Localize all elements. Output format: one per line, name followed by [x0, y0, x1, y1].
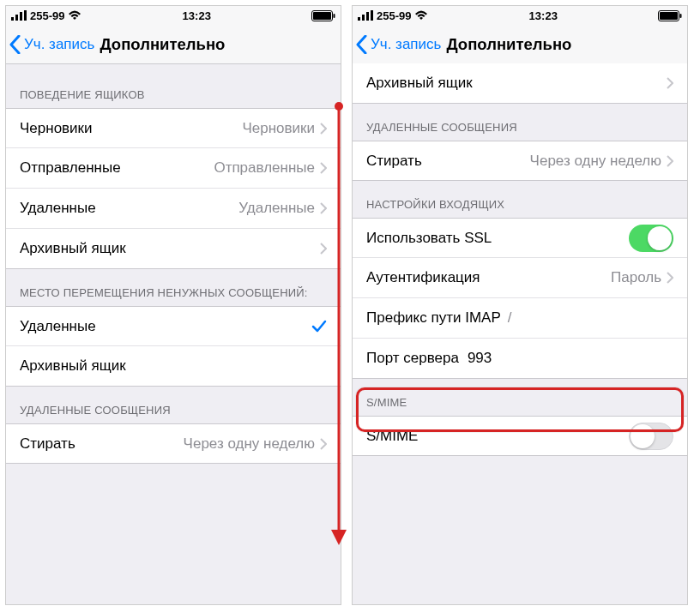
battery-icon: [311, 10, 335, 21]
cell-smime[interactable]: S/MIME: [353, 416, 687, 456]
back-button[interactable]: Уч. запись: [356, 35, 441, 54]
chevron-right-icon: [320, 123, 327, 135]
back-label: Уч. запись: [371, 36, 441, 53]
chevron-left-icon: [356, 35, 367, 54]
phone-left: 255-99 13:23 Уч. запись Дополнительно ПО…: [5, 5, 341, 605]
wifi-icon: [68, 10, 81, 21]
option-deleted[interactable]: Удаленные: [6, 306, 341, 346]
svg-rect-0: [11, 17, 14, 21]
cell-label: Удаленные: [20, 318, 96, 335]
time-text: 13:23: [529, 9, 558, 22]
checkmark-icon: [311, 320, 327, 333]
cell-label: Аутентификация: [366, 269, 480, 286]
cell-label: Архивный ящик: [20, 240, 126, 257]
cell-server-port[interactable]: Порт сервера 993: [353, 339, 687, 379]
cell-value: Черновики: [93, 120, 318, 137]
cell-drafts[interactable]: Черновики Черновики: [6, 108, 341, 148]
cell-label: Архивный ящик: [20, 357, 126, 375]
smime-toggle[interactable]: [629, 423, 673, 450]
section-header-smime: S/MIME: [353, 379, 687, 416]
back-label: Уч. запись: [24, 36, 94, 53]
cell-label: Черновики: [20, 120, 93, 137]
nav-bar: Уч. запись Дополнительно: [353, 25, 687, 64]
chevron-right-icon: [320, 202, 327, 214]
svg-rect-5: [313, 12, 331, 20]
battery-icon: [658, 10, 682, 21]
cell-value: Удаленные: [96, 200, 318, 217]
time-text: 13:23: [183, 9, 211, 22]
cell-value: 993: [459, 350, 492, 367]
nav-bar: Уч. запись Дополнительно: [6, 25, 341, 64]
status-bar: 255-99 13:23: [353, 6, 687, 25]
nav-title: Дополнительно: [446, 35, 571, 54]
wifi-icon: [414, 10, 428, 21]
svg-rect-6: [333, 14, 335, 18]
chevron-right-icon: [320, 243, 327, 255]
cell-label: Удаленные: [20, 200, 96, 217]
carrier-text: 255-99: [377, 9, 411, 22]
chevron-left-icon: [9, 35, 21, 54]
section-header-deleted-msgs: УДАЛЕННЫЕ СООБЩЕНИЯ: [353, 104, 687, 141]
carrier-text: 255-99: [30, 9, 64, 22]
chevron-right-icon: [667, 155, 673, 167]
cell-archive[interactable]: Архивный ящик: [6, 229, 341, 269]
status-bar: 255-99 13:23: [6, 6, 341, 25]
chevron-right-icon: [667, 272, 673, 284]
cell-value: Через одну неделю: [75, 435, 318, 453]
cell-value: Отправленные: [121, 159, 318, 177]
svg-rect-7: [358, 17, 360, 21]
phone-right: 255-99 13:23 Уч. запись Дополнительно Ар…: [352, 5, 688, 605]
back-button[interactable]: Уч. запись: [9, 35, 94, 54]
chevron-right-icon: [667, 77, 673, 89]
svg-rect-1: [15, 15, 18, 21]
cell-label: Стирать: [366, 153, 422, 170]
cell-imap-prefix[interactable]: Префикс пути IMAP /: [353, 298, 687, 339]
nav-title: Дополнительно: [100, 35, 225, 54]
signal-icon: [358, 10, 373, 21]
cell-erase[interactable]: Стирать Через одну неделю: [353, 141, 687, 181]
svg-rect-8: [362, 15, 365, 21]
section-header-deleted-msgs: УДАЛЕННЫЕ СООБЩЕНИЯ: [6, 387, 341, 423]
chevron-right-icon: [320, 438, 327, 450]
cell-ssl[interactable]: Использовать SSL: [353, 218, 687, 258]
svg-rect-12: [660, 12, 678, 20]
cell-erase[interactable]: Стирать Через одну неделю: [6, 423, 341, 464]
cell-label: Порт сервера: [366, 350, 459, 367]
cell-label: Префикс пути IMAP: [366, 309, 501, 327]
chevron-right-icon: [320, 162, 327, 174]
cell-label: Использовать SSL: [366, 230, 492, 247]
cell-value: Через одну неделю: [422, 153, 665, 170]
svg-rect-2: [20, 12, 22, 21]
section-header-move: МЕСТО ПЕРЕМЕЩЕНИЯ НЕНУЖНЫХ СООБЩЕНИЙ:: [6, 269, 341, 306]
svg-rect-9: [366, 12, 369, 21]
section-header-mailbox: ПОВЕДЕНИЕ ЯЩИКОВ: [6, 64, 341, 108]
cell-value: /: [501, 309, 516, 327]
cell-archive[interactable]: Архивный ящик: [353, 63, 687, 104]
cell-sent[interactable]: Отправленные Отправленные: [6, 148, 341, 189]
cell-label: Архивный ящик: [366, 75, 473, 92]
svg-rect-10: [371, 10, 373, 21]
ssl-toggle[interactable]: [629, 225, 673, 252]
section-header-incoming: НАСТРОЙКИ ВХОДЯЩИХ: [353, 181, 687, 218]
cell-label: Отправленные: [20, 159, 121, 177]
svg-rect-13: [679, 14, 681, 18]
cell-deleted[interactable]: Удаленные Удаленные: [6, 189, 341, 229]
cell-auth[interactable]: Аутентификация Пароль: [353, 258, 687, 298]
option-archive[interactable]: Архивный ящик: [6, 346, 341, 387]
cell-label: Стирать: [20, 435, 75, 453]
cell-value: Пароль: [480, 269, 665, 286]
cell-label: S/MIME: [366, 428, 418, 445]
signal-icon: [11, 10, 27, 21]
svg-rect-3: [24, 10, 27, 21]
